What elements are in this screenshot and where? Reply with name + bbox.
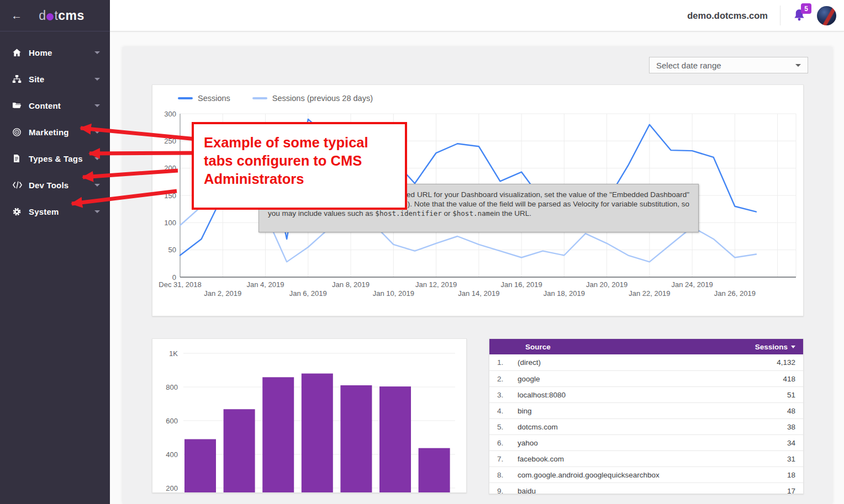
table-header: Source Sessions: [489, 339, 803, 354]
top-bar: demo.dotcms.com 5: [110, 0, 844, 31]
row-sessions: 17: [787, 487, 803, 495]
sidebar-item-site[interactable]: Site: [0, 66, 110, 92]
legend-swatch: [252, 97, 267, 99]
sidebar: ← d t cms HomeSiteContentMarketingTypes …: [0, 0, 110, 504]
sidebar-item-home[interactable]: Home: [0, 39, 110, 66]
host-name-code: $host.name: [452, 209, 494, 217]
row-sessions: 48: [787, 407, 803, 415]
home-icon: [12, 48, 29, 57]
svg-text:250: 250: [164, 137, 176, 145]
svg-text:800: 800: [166, 383, 178, 391]
tooltip-line: you may include values such as $host.ide…: [268, 209, 531, 217]
row-sessions: 51: [787, 391, 803, 399]
dotcms-logo: d t cms: [22, 8, 101, 23]
host-identifier-code: $host.identifier: [375, 209, 441, 217]
row-source: yahoo: [518, 439, 538, 447]
dashboard-panel: Select date range Sessions Sessions (pre…: [123, 47, 832, 504]
row-rank: 4.: [489, 407, 518, 415]
sidebar-item-label: Site: [29, 75, 44, 84]
gear-icon: [12, 207, 29, 216]
sidebar-item-content[interactable]: Content: [0, 92, 110, 119]
row-rank: 5.: [489, 423, 518, 431]
chevron-down-icon: [94, 184, 100, 187]
svg-text:Jan 4, 2019: Jan 4, 2019: [247, 280, 284, 289]
row-rank: 8.: [489, 471, 518, 479]
chevron-down-icon: [94, 104, 100, 107]
legend-item-sessions-previous[interactable]: Sessions (previous 28 days): [252, 94, 373, 103]
source-column-header[interactable]: Source: [525, 343, 551, 351]
svg-text:Jan 14, 2019: Jan 14, 2019: [458, 289, 499, 298]
logo-dot-icon: [46, 13, 54, 20]
row-rank: 9.: [489, 487, 518, 495]
row-rank: 3.: [489, 391, 518, 399]
table-row: 2.google418: [489, 370, 803, 386]
chevron-down-icon: [94, 78, 100, 81]
svg-text:Jan 12, 2019: Jan 12, 2019: [415, 280, 457, 289]
table-row: 1.(direct)4,132: [489, 354, 803, 370]
sidebar-item-label: Marketing: [29, 128, 69, 137]
table-row: 9.baidu17: [489, 482, 803, 494]
svg-text:150: 150: [164, 192, 176, 200]
svg-text:200: 200: [166, 484, 178, 492]
sidebar-nav: HomeSiteContentMarketingTypes & TagsDev …: [0, 31, 110, 225]
traffic-sources-table-card: Source Sessions 1.(direct)4,1322.google4…: [489, 338, 804, 494]
sort-desc-icon: [791, 346, 795, 348]
svg-text:Jan 26, 2019: Jan 26, 2019: [714, 289, 756, 298]
chevron-down-icon: [94, 157, 100, 160]
svg-text:100: 100: [164, 219, 176, 227]
row-source: (direct): [518, 358, 541, 367]
content-area: Select date range Sessions Sessions (pre…: [110, 31, 844, 504]
target-icon: [12, 128, 29, 137]
row-source: baidu: [518, 487, 536, 495]
sidebar-item-marketing[interactable]: Marketing: [0, 119, 110, 145]
svg-text:1K: 1K: [169, 349, 178, 358]
notifications-button[interactable]: 5: [793, 7, 807, 24]
table-row: 3.localhost:808051: [489, 386, 803, 402]
current-site-hostname[interactable]: demo.dotcms.com: [687, 10, 768, 21]
svg-text:400: 400: [166, 450, 178, 459]
row-source: facebook.com: [518, 455, 564, 463]
legend-item-sessions[interactable]: Sessions: [178, 94, 230, 103]
collapse-sidebar-button[interactable]: ←: [11, 10, 22, 21]
date-range-select[interactable]: Select date range: [649, 57, 808, 73]
row-source: localhost:8080: [518, 391, 566, 399]
sessions-bar-chart: 1K800600400200: [152, 339, 466, 492]
row-sessions: 418: [783, 375, 803, 383]
sidebar-item-label: Dev Tools: [29, 181, 68, 190]
row-sessions: 4,132: [777, 358, 803, 367]
sidebar-item-dev-tools[interactable]: Dev Tools: [0, 172, 110, 198]
row-source: bing: [518, 407, 532, 415]
code-icon: [12, 181, 29, 189]
chevron-down-icon: [94, 210, 100, 213]
sessions-column-header[interactable]: Sessions: [755, 343, 795, 351]
dotcms-dashboard-page: ← d t cms HomeSiteContentMarketingTypes …: [0, 0, 844, 504]
svg-text:Dec 31, 2018: Dec 31, 2018: [159, 280, 201, 289]
sources-table-body: 1.(direct)4,1322.google4183.localhost:80…: [489, 354, 803, 494]
sidebar-header: ← d t cms: [0, 0, 110, 31]
sidebar-item-system[interactable]: System: [0, 198, 110, 225]
annotation-box: Example of some typical tabs configuren …: [192, 122, 407, 210]
sidebar-item-label: Content: [29, 101, 61, 110]
chevron-down-icon: [94, 131, 100, 134]
chart-legend: Sessions Sessions (previous 28 days): [178, 94, 387, 103]
annotation-text: Example of some typical tabs configuren …: [204, 134, 395, 188]
chevron-down-icon: [795, 64, 801, 67]
svg-text:Jan 6, 2019: Jan 6, 2019: [289, 289, 327, 298]
chevron-down-icon: [94, 51, 100, 54]
row-source: dotcms.com: [518, 423, 558, 431]
sidebar-item-types-tags[interactable]: Types & Tags: [0, 145, 110, 172]
svg-text:50: 50: [168, 246, 176, 254]
svg-text:200: 200: [164, 164, 176, 172]
row-sessions: 38: [787, 423, 803, 431]
user-avatar[interactable]: [817, 6, 836, 25]
svg-text:Jan 18, 2019: Jan 18, 2019: [544, 289, 585, 298]
row-sessions: 31: [787, 455, 803, 463]
table-row: 6.yahoo34: [489, 434, 803, 450]
row-sessions: 34: [787, 439, 803, 447]
folder-icon: [12, 101, 29, 110]
topbar-divider: [780, 6, 780, 25]
sidebar-item-label: Home: [29, 48, 52, 57]
sidebar-item-label: System: [29, 207, 59, 216]
svg-text:Jan 8, 2019: Jan 8, 2019: [332, 280, 370, 289]
date-range-label: Select date range: [656, 61, 721, 70]
